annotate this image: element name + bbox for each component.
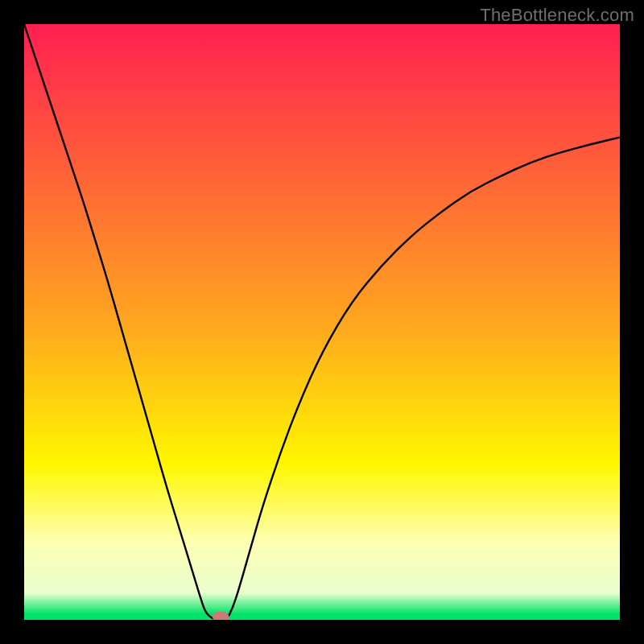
gradient-background [24,24,620,620]
watermark-text: TheBottleneck.com [480,5,634,26]
chart-frame: TheBottleneck.com [0,0,644,644]
plot-area [24,24,620,620]
chart-svg [24,24,620,620]
